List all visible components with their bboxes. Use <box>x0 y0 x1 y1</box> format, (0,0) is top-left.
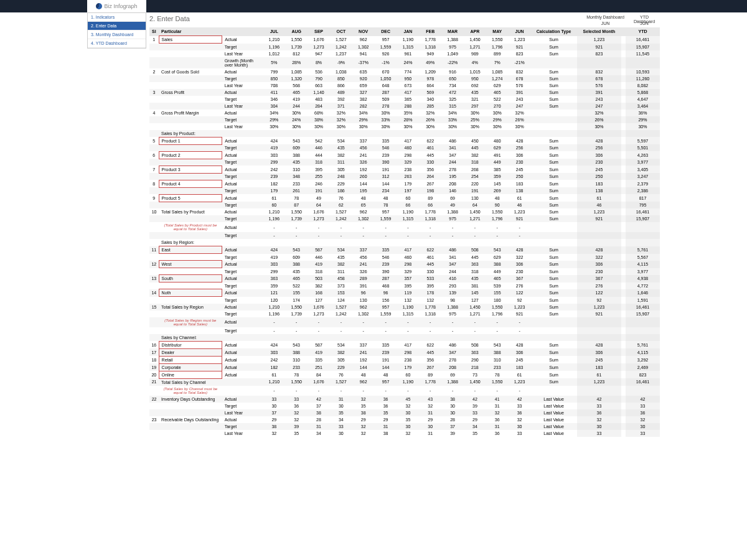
cell-value[interactable]: 428 <box>509 341 531 348</box>
cell-value[interactable]: 489 <box>330 89 352 96</box>
cell-value[interactable]: 38 <box>441 396 464 403</box>
cell-value[interactable]: 33% <box>375 116 397 123</box>
cell-value[interactable]: - <box>464 317 486 327</box>
cell-value[interactable]: 424 <box>263 341 285 348</box>
cell-value[interactable]: 417 <box>397 89 419 96</box>
cell-value[interactable]: 69 <box>441 371 464 378</box>
cell-value[interactable]: - <box>308 232 330 239</box>
cell-value[interactable]: 568 <box>285 82 308 89</box>
cell-value[interactable]: - <box>375 327 397 334</box>
cell-value[interactable]: 1,210 <box>263 304 285 310</box>
cell-value[interactable]: 1,237 <box>330 50 352 57</box>
cell-value[interactable]: 692 <box>464 82 486 89</box>
cell-value[interactable]: 543 <box>486 246 509 254</box>
cell-value[interactable]: 363 <box>464 348 486 356</box>
cell-value[interactable]: 1,318 <box>419 310 441 317</box>
cell-value[interactable]: 31 <box>419 430 441 437</box>
cell-value[interactable]: 1,012 <box>263 50 285 57</box>
cell-value[interactable]: 43 <box>419 396 441 403</box>
cell-value[interactable]: - <box>509 327 531 334</box>
cell-value[interactable]: 239 <box>375 261 397 268</box>
cell-value[interactable]: 1,190 <box>397 378 419 386</box>
cell-value[interactable]: 947 <box>308 50 330 57</box>
cell-value[interactable]: 1,739 <box>285 44 308 50</box>
cell-value[interactable]: 486 <box>441 246 464 254</box>
cell-value[interactable]: 306 <box>509 348 531 356</box>
cell-value[interactable]: 1,015 <box>464 68 486 75</box>
cell-value[interactable]: 139 <box>441 289 464 297</box>
cell-value[interactable]: - <box>352 232 375 239</box>
cell-value[interactable]: 1,559 <box>375 215 397 222</box>
cell-value[interactable]: 391 <box>509 89 531 96</box>
cell-value[interactable]: 790 <box>308 75 330 82</box>
cell-value[interactable]: 76 <box>330 194 352 202</box>
cell-value[interactable]: 31 <box>419 409 441 416</box>
cell-value[interactable]: 30 <box>397 423 419 430</box>
cell-value[interactable]: 183 <box>509 180 531 187</box>
cell-value[interactable]: 48 <box>352 194 375 202</box>
cell-value[interactable]: 66 <box>397 202 419 208</box>
cell-value[interactable]: 122 <box>509 289 531 297</box>
cell-value[interactable]: 446 <box>308 254 330 261</box>
cell-value[interactable]: 1,450 <box>464 208 486 215</box>
cell-value[interactable]: 29 <box>352 416 375 423</box>
cell-value[interactable]: - <box>285 386 308 396</box>
cell-value[interactable]: 543 <box>486 341 509 348</box>
cell-value[interactable]: 1,315 <box>397 215 419 222</box>
cell-value[interactable]: 419 <box>285 96 308 103</box>
cell-value[interactable]: -9% <box>330 57 352 68</box>
cell-value[interactable]: 1,223 <box>509 378 531 386</box>
cell-value[interactable]: 28 <box>308 416 330 423</box>
cell-value[interactable]: 4% <box>464 57 486 68</box>
cell-value[interactable]: 318 <box>308 159 330 166</box>
cell-value[interactable]: 1,196 <box>263 215 285 222</box>
cell-value[interactable]: 234 <box>375 187 397 194</box>
cell-value[interactable]: 37 <box>308 403 330 409</box>
cell-value[interactable]: 576 <box>509 82 531 89</box>
cell-value[interactable]: 1,550 <box>285 36 308 44</box>
cell-value[interactable]: - <box>486 317 509 327</box>
cell-value[interactable]: - <box>441 386 464 396</box>
cell-value[interactable]: 1,302 <box>352 310 375 317</box>
cell-value[interactable]: 480 <box>486 137 509 144</box>
cell-value[interactable]: 465 <box>486 89 509 96</box>
cell-value[interactable]: 61 <box>263 194 285 202</box>
cell-value[interactable]: 546 <box>375 144 397 151</box>
cell-value[interactable]: 37 <box>441 423 464 430</box>
cell-value[interactable]: 208 <box>441 363 464 371</box>
cell-value[interactable]: 153 <box>330 289 352 297</box>
cell-value[interactable]: 138 <box>509 187 531 194</box>
cell-value[interactable]: - <box>464 386 486 396</box>
cell-value[interactable]: 30% <box>441 123 464 130</box>
cell-value[interactable]: 373 <box>330 282 352 289</box>
cell-value[interactable]: 390 <box>375 159 397 166</box>
cell-value[interactable]: 31 <box>486 423 509 430</box>
cell-value[interactable]: 522 <box>285 282 308 289</box>
cell-value[interactable]: 322 <box>509 254 531 261</box>
cell-value[interactable]: 609 <box>285 254 308 261</box>
cell-value[interactable]: 382 <box>330 348 352 356</box>
cell-value[interactable]: - <box>509 232 531 239</box>
cell-value[interactable]: 1,271 <box>464 44 486 50</box>
cell-value[interactable]: 356 <box>419 166 441 173</box>
cell-value[interactable]: 30% <box>263 123 285 130</box>
cell-value[interactable]: 305 <box>330 166 352 173</box>
cell-value[interactable]: 941 <box>352 50 375 57</box>
cell-value[interactable]: 961 <box>397 50 419 57</box>
cell-value[interactable]: 435 <box>464 275 486 282</box>
cell-value[interactable]: 460 <box>397 144 419 151</box>
cell-value[interactable]: - <box>509 386 531 396</box>
cell-value[interactable]: 33 <box>464 409 486 416</box>
cell-value[interactable]: - <box>441 222 464 232</box>
cell-value[interactable]: 230 <box>509 268 531 275</box>
cell-value[interactable]: 146 <box>441 187 464 194</box>
cell-value[interactable]: 673 <box>397 82 419 89</box>
cell-value[interactable]: - <box>397 232 419 239</box>
cell-value[interactable]: 298 <box>397 151 419 159</box>
cell-value[interactable]: 850 <box>330 75 352 82</box>
cell-value[interactable]: 832 <box>509 68 531 75</box>
cell-value[interactable]: 949 <box>419 50 441 57</box>
cell-value[interactable]: 1,550 <box>285 304 308 310</box>
cell-value[interactable]: 298 <box>397 348 419 356</box>
cell-value[interactable]: 1,550 <box>285 378 308 386</box>
